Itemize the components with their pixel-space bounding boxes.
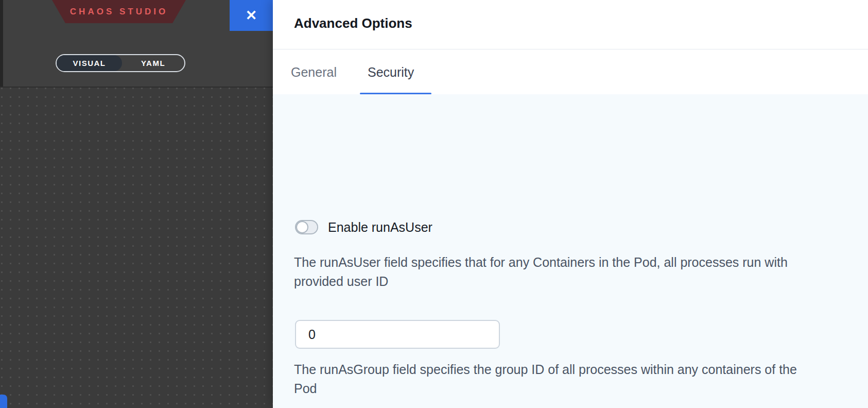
editor-panel: CHAOS STUDIO VISUAL YAML: [0, 0, 273, 408]
view-mode-toggle[interactable]: VISUAL YAML: [56, 54, 185, 72]
tab-row: General Security: [273, 49, 868, 94]
yaml-mode-button[interactable]: YAML: [122, 55, 184, 71]
brand-label: CHAOS STUDIO: [70, 7, 168, 17]
drawer-title: Advanced Options: [294, 15, 412, 31]
tab-security[interactable]: Security: [368, 65, 414, 80]
brand-badge: CHAOS STUDIO: [52, 0, 186, 23]
run-as-user-description: The runAsUser field specifies that for a…: [294, 253, 815, 291]
security-tab-content: Enable runAsUser The runAsUser field spe…: [273, 94, 868, 408]
run-as-group-input[interactable]: [295, 320, 500, 349]
run-as-group-description: The runAsGroup field specifies the group…: [294, 360, 815, 398]
close-button[interactable]: ✕: [230, 0, 273, 31]
bottom-left-chip[interactable]: [0, 395, 7, 408]
visual-mode-button[interactable]: VISUAL: [57, 55, 122, 71]
toggle-knob: [296, 221, 308, 233]
dotted-canvas[interactable]: [0, 88, 273, 408]
screen: CHAOS STUDIO VISUAL YAML ✕ Advanced Opti…: [0, 0, 868, 408]
run-as-user-toggle[interactable]: [295, 220, 318, 234]
advanced-options-drawer: Advanced Options General Security Enable…: [273, 0, 868, 408]
tab-general[interactable]: General: [291, 65, 337, 80]
close-icon: ✕: [246, 7, 257, 24]
run-as-user-label: Enable runAsUser: [328, 220, 432, 234]
